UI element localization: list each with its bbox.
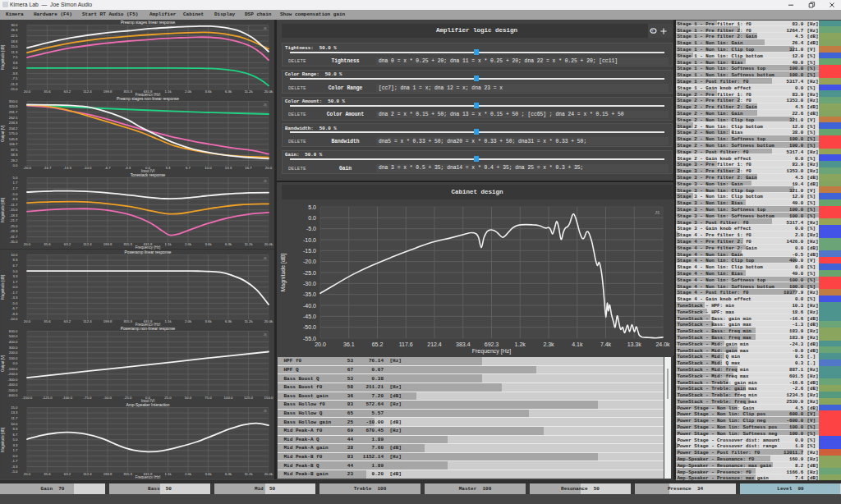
svg-text:112.4: 112.4 (83, 472, 92, 476)
svg-text:JS: JS (655, 210, 659, 215)
svg-text:-5.0: -5.0 (306, 226, 316, 231)
svg-text:1.1k: 1.1k (164, 89, 172, 94)
svg-text:JS: JS (264, 332, 267, 337)
svg-text:-11.3: -11.3 (10, 82, 18, 86)
svg-text:JS: JS (264, 256, 267, 260)
svg-text:Input [V]: Input [V] (141, 169, 155, 172)
svg-text:Frequency [Hz]: Frequency [Hz] (472, 348, 512, 355)
svg-text:0.0: 0.0 (13, 361, 19, 365)
svg-text:-6.7: -6.7 (11, 306, 18, 310)
svg-text:3.6k: 3.6k (205, 89, 212, 94)
svg-text:Poweramp non-linear response: Poweramp non-linear response (121, 327, 176, 331)
svg-text:1.1k: 1.1k (164, 472, 172, 476)
svg-text:20.0k: 20.0k (264, 319, 273, 323)
svg-text:-3.8: -3.8 (11, 71, 18, 76)
svg-text:0.0: 0.0 (13, 454, 19, 458)
svg-text:2.0k: 2.0k (185, 89, 192, 94)
svg-text:63.2: 63.2 (64, 243, 71, 247)
svg-text:20.0k: 20.0k (264, 243, 273, 247)
svg-text:35.6: 35.6 (44, 472, 51, 476)
svg-text:-11.7: -11.7 (10, 203, 18, 207)
svg-text:-5.0: -5.0 (11, 192, 18, 196)
svg-text:-16.7: -16.7 (44, 166, 52, 170)
svg-text:400.0: 400.0 (9, 340, 18, 344)
svg-text:-75.0: -75.0 (84, 396, 92, 400)
svg-text:-8.3: -8.3 (11, 198, 18, 202)
svg-text:Magnitude [dB]: Magnitude [dB] (1, 45, 5, 70)
svg-text:3.3: 3.3 (13, 443, 19, 447)
svg-text:-21.7: -21.7 (10, 219, 18, 223)
svg-text:-10.0: -10.0 (84, 166, 92, 170)
svg-text:20.0k: 20.0k (264, 472, 273, 476)
svg-text:35.6: 35.6 (44, 89, 51, 94)
svg-text:35.6: 35.6 (44, 319, 51, 323)
svg-text:-10.0: -10.0 (10, 317, 18, 321)
svg-text:JS: JS (264, 26, 267, 30)
svg-text:-5.0: -5.0 (11, 300, 18, 305)
svg-text:5.0: 5.0 (13, 438, 19, 442)
svg-text:-25.0: -25.0 (124, 396, 132, 400)
svg-text:20.0k: 20.0k (264, 89, 273, 94)
svg-text:0.0: 0.0 (308, 215, 316, 221)
svg-text:36.1: 36.1 (343, 341, 355, 347)
svg-text:-5.0: -5.0 (11, 470, 18, 474)
svg-text:-15.0: -15.0 (10, 87, 18, 91)
svg-text:-1.7: -1.7 (11, 186, 18, 190)
svg-text:-300.0: -300.0 (7, 378, 18, 382)
svg-text:-10.0: -10.0 (303, 237, 316, 243)
svg-text:-15.0: -15.0 (303, 248, 316, 254)
svg-text:-40.0: -40.0 (303, 303, 316, 309)
svg-text:199.8: 199.8 (103, 243, 113, 247)
svg-text:58.3: 58.3 (11, 153, 18, 158)
svg-text:5.0: 5.0 (13, 176, 19, 180)
svg-text:320.8: 320.8 (9, 105, 18, 109)
svg-text:100.0: 100.0 (224, 396, 233, 400)
svg-text:4.1k: 4.1k (572, 341, 583, 347)
svg-text:10.0: 10.0 (205, 166, 212, 170)
svg-text:-18.3: -18.3 (10, 213, 18, 218)
svg-text:87.5: 87.5 (11, 148, 18, 152)
svg-text:-31.7: -31.7 (10, 235, 18, 239)
svg-text:112.4: 112.4 (83, 319, 92, 323)
svg-text:24.0k: 24.0k (655, 341, 670, 347)
svg-text:-25.0: -25.0 (303, 270, 316, 276)
svg-text:-600.0: -600.0 (7, 393, 18, 397)
svg-text:-400.0: -400.0 (7, 383, 18, 387)
svg-text:0.0: 0.0 (13, 66, 19, 70)
svg-text:22.5: 22.5 (11, 34, 18, 38)
svg-text:150.0: 150.0 (264, 396, 273, 400)
svg-text:355.3: 355.3 (123, 243, 132, 247)
svg-text:-3.3: -3.3 (11, 296, 18, 300)
svg-text:116.7: 116.7 (9, 142, 18, 146)
svg-text:Frequency [Hz]: Frequency [Hz] (136, 246, 160, 250)
svg-text:1.7: 1.7 (13, 448, 19, 452)
svg-text:JS: JS (264, 409, 267, 413)
svg-text:20.0: 20.0 (265, 166, 273, 170)
svg-text:15.0: 15.0 (11, 44, 18, 48)
svg-text:-30.0: -30.0 (303, 281, 316, 286)
svg-text:355.3: 355.3 (123, 472, 132, 476)
svg-text:3.6k: 3.6k (205, 243, 212, 247)
svg-text:291.7: 291.7 (9, 110, 18, 114)
svg-text:-125.0: -125.0 (42, 396, 53, 400)
svg-text:-7.5: -7.5 (11, 76, 18, 80)
svg-text:-55.0: -55.0 (303, 336, 316, 341)
svg-text:125.0: 125.0 (244, 396, 253, 400)
svg-text:6.3k: 6.3k (225, 243, 232, 247)
svg-text:6.7: 6.7 (186, 166, 191, 170)
svg-text:50.0: 50.0 (185, 396, 192, 400)
svg-text:Frequency [Hz]: Frequency [Hz] (136, 93, 160, 96)
svg-text:11.3: 11.3 (11, 50, 19, 54)
svg-text:63.2: 63.2 (64, 472, 71, 476)
svg-text:Preamp stages non-linear respo: Preamp stages non-linear response (117, 97, 179, 101)
svg-text:175.0: 175.0 (9, 131, 18, 135)
svg-text:3.3: 3.3 (13, 274, 19, 278)
svg-text:6.7: 6.7 (13, 263, 19, 268)
svg-text:383.4: 383.4 (456, 341, 471, 347)
svg-text:Frequency [Hz]: Frequency [Hz] (136, 475, 160, 479)
svg-text:11.2k: 11.2k (244, 89, 253, 94)
svg-text:-25.0: -25.0 (10, 224, 18, 228)
svg-text:5.0: 5.0 (308, 204, 316, 210)
svg-text:-20.0: -20.0 (23, 166, 31, 170)
svg-text:262.5: 262.5 (9, 116, 18, 120)
